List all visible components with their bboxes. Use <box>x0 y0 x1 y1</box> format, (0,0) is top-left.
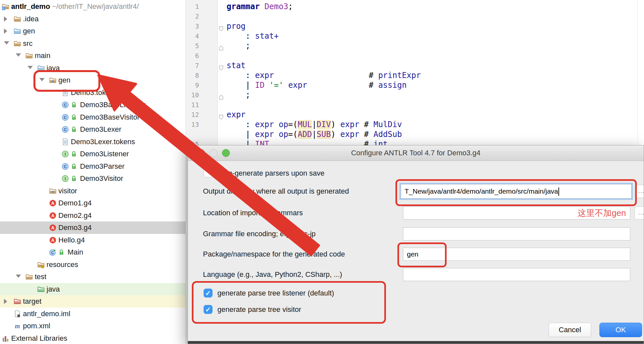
tree-item-label: Demo3BaseListener <box>80 99 145 111</box>
tree-row-demo3listener[interactable]: ITDemo3Listener <box>0 148 186 160</box>
tree-row-demo3visitor[interactable]: ITDemo3Visitor <box>0 172 186 185</box>
tree-item-label: gen <box>58 74 70 86</box>
tree-row-demo3baselistener[interactable]: CTDemo3BaseListener <box>0 99 186 111</box>
ok-button[interactable]: OK <box>599 323 642 337</box>
gutter-line-number: 5 <box>186 41 199 51</box>
imported-grammars-annotation-text: 这里不加gen <box>578 207 626 219</box>
gutter-line-number: 7 <box>186 61 199 70</box>
package-namespace-field[interactable]: gen <box>403 248 630 261</box>
generate-visitor-checkbox[interactable]: ✓ <box>204 305 212 314</box>
tree-row-demo3lexer-tokens[interactable]: Demo3Lexer.tokens <box>0 136 186 148</box>
tree-row-visitor[interactable]: visitor <box>0 185 186 197</box>
imported-browse-button[interactable]: ... <box>634 206 644 220</box>
tree-expand-icon[interactable] <box>4 16 7 22</box>
tree-row-target[interactable]: target <box>0 295 186 308</box>
code-line[interactable]: 5 ; <box>186 41 644 51</box>
folder-blue-icon <box>14 28 21 35</box>
output-browse-button[interactable]: ... <box>634 185 644 198</box>
tree-row-main[interactable]: CTMain <box>0 246 186 258</box>
code-line[interactable]: 1grammar Demo3; <box>186 2 644 11</box>
lock-icon: T <box>71 163 77 169</box>
code-line[interactable]: 11 <box>186 100 644 110</box>
code-text: : expr op=(MUL|DIV) expr # MulDiv <box>227 120 402 129</box>
tree-row-external-libraries[interactable]: External Libraries <box>0 332 186 344</box>
tree-collapse-icon[interactable] <box>28 66 33 69</box>
tree-item-label: java <box>47 62 60 74</box>
tree-row-test[interactable]: test <box>0 271 186 283</box>
dialog-title: Configure ANTLR Tool 4.7 for Demo3.g4 <box>188 145 644 161</box>
code-line[interactable]: 6 <box>186 51 644 61</box>
tree-expand-icon[interactable] <box>4 29 7 34</box>
folder-blue-icon <box>37 65 45 72</box>
encoding-field[interactable] <box>403 227 630 240</box>
output-directory-field[interactable]: T_New/java/antlr4/demo/antlr_demo/src/ma… <box>401 184 632 199</box>
tree-row-gen[interactable]: gen <box>0 25 186 37</box>
interface-icon: I <box>62 150 69 158</box>
tree-row-java[interactable]: java <box>0 283 186 296</box>
code-line[interactable]: 8 : expr # printExpr <box>186 70 644 80</box>
imported-grammars-label: Location of imported grammars <box>203 208 303 218</box>
tree-collapse-icon[interactable] <box>16 53 21 57</box>
svg-text:A: A <box>51 238 54 243</box>
tree-row-hello-g4[interactable]: AHello.g4 <box>0 234 186 246</box>
code-line[interactable]: 12expr <box>186 110 644 120</box>
tree-collapse-icon[interactable] <box>4 41 9 45</box>
auto-generate-checkbox[interactable] <box>204 168 212 177</box>
cancel-button[interactable]: Cancel <box>549 323 591 337</box>
code-line[interactable]: 13 : expr op=(MUL|DIV) expr # MulDiv <box>186 120 644 129</box>
tree-expand-icon[interactable] <box>4 299 7 304</box>
code-line[interactable]: 7stat <box>186 61 644 70</box>
code-line[interactable]: 9 | ID '=' expr # assign <box>186 80 644 90</box>
code-text: expr <box>227 110 246 120</box>
antlr-icon: A <box>49 200 56 207</box>
tree-row-main[interactable]: main <box>0 49 186 62</box>
tree-row-pom-xml[interactable]: mpom.xml <box>0 320 186 332</box>
tree-row-gen[interactable]: gen <box>0 74 186 86</box>
tree-row-demo3lexer[interactable]: CTDemo3Lexer <box>0 123 186 136</box>
svg-text:T: T <box>73 154 75 156</box>
code-line[interactable]: 10 ; <box>186 90 644 100</box>
gutter-line-number: 8 <box>186 70 199 80</box>
code-line[interactable]: 4 : stat+ <box>186 31 644 41</box>
lock-icon: T <box>58 249 64 255</box>
generate-listener-checkbox[interactable]: ✓ <box>204 289 212 297</box>
tree-row-demo3-g4[interactable]: ADemo3.g4 <box>0 221 186 234</box>
maven-icon: m <box>14 322 21 330</box>
main-class-icon: C <box>49 249 56 256</box>
tree-item-label: src <box>23 37 32 50</box>
tree-row-demo2-g4[interactable]: ADemo2.g4 <box>0 209 186 222</box>
svg-text:m: m <box>15 322 20 330</box>
tree-item-label: Main <box>68 246 83 258</box>
tree-row-demo3parser[interactable]: CTDemo3Parser <box>0 160 186 173</box>
lock-icon: T <box>71 176 77 182</box>
tree-row-antlr-demo-iml[interactable]: antlr_demo.iml <box>0 308 186 320</box>
svg-text:A: A <box>51 213 54 218</box>
generate-listener-label: generate parse tree listener (default) <box>217 288 334 298</box>
dialog-titlebar[interactable]: Configure ANTLR Tool 4.7 for Demo3.g4 <box>188 145 644 161</box>
gutter-line-number: 9 <box>186 80 199 90</box>
tree-row-demo3-tokens[interactable]: Demo3.tokens <box>0 86 186 99</box>
tree-row-resources[interactable]: resources <box>0 258 186 271</box>
tree-row-java[interactable]: java <box>0 62 186 74</box>
tree-row--idea[interactable]: .idea <box>0 13 186 25</box>
tree-row-src[interactable]: src <box>0 37 186 50</box>
tree-row-antlr-demo[interactable]: antlr_demo ~/other/IT_New/java/antlr4/ <box>0 0 186 13</box>
code-line[interactable]: 2 <box>186 11 644 21</box>
project-icon <box>2 3 9 10</box>
gutter-line-number: 3 <box>186 21 199 31</box>
language-field[interactable] <box>403 268 630 281</box>
dialog-bottom-edge <box>188 341 644 344</box>
lock-icon: T <box>71 151 77 157</box>
code-line[interactable]: 3prog <box>186 21 644 31</box>
tree-item-label: Demo1.g4 <box>58 197 92 209</box>
code-line[interactable]: | expr op=(ADD|SUB) expr # AddSub <box>186 129 644 139</box>
svg-text:I: I <box>65 176 66 181</box>
tree-row-demo3basevisitor[interactable]: CTDemo3BaseVisitor <box>0 111 186 124</box>
antlr-icon: A <box>49 212 56 219</box>
tree-row-demo1-g4[interactable]: ADemo1.g4 <box>0 197 186 209</box>
tree-collapse-icon[interactable] <box>16 275 21 278</box>
lock-icon: T <box>71 114 77 120</box>
imported-grammars-field[interactable]: 这里不加gen <box>403 206 630 220</box>
gutter-line-number: 10 <box>186 90 199 100</box>
tree-collapse-icon[interactable] <box>39 78 45 81</box>
